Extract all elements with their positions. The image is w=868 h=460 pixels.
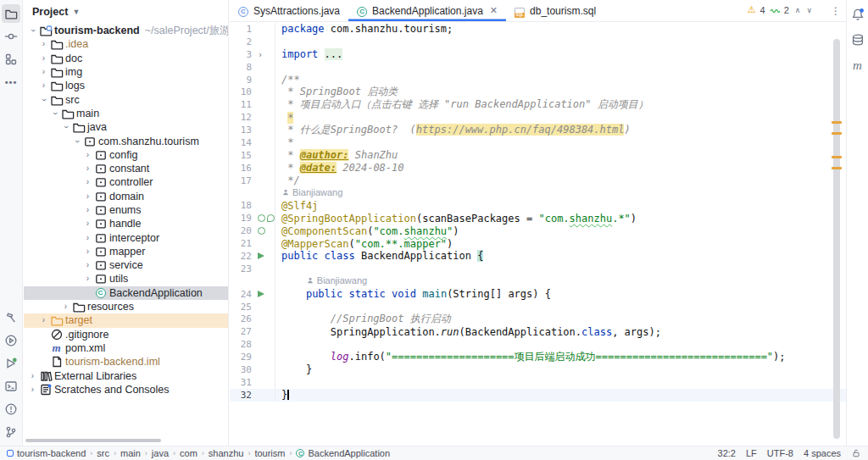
gutter[interactable]	[255, 338, 275, 351]
tree-row-com-shanzhu-tourism[interactable]: › com.shanzhu.tourism	[24, 134, 228, 147]
code-line-11[interactable]: 11 * 项目启动入口（点击右键 选择 "run BackendApplicat…	[230, 98, 846, 111]
code-line-25[interactable]: 25	[230, 301, 846, 313]
project-panel-header[interactable]: Project ▼	[24, 0, 228, 24]
code-line-14[interactable]: 14 *	[230, 136, 846, 149]
maven-icon[interactable]: m	[849, 56, 867, 75]
code-line-17[interactable]: 17 */	[230, 175, 846, 187]
breadcrumb-item-tourism-backend[interactable]: tourism-backend	[7, 448, 86, 458]
code-line-1[interactable]: 1 package com.shanzhu.tourism;	[230, 23, 846, 36]
tree-chevron-icon[interactable]: ›	[51, 108, 59, 119]
code-line-22[interactable]: 22 public class BackendApplication {	[230, 250, 846, 263]
gutter[interactable]	[255, 263, 275, 275]
gutter[interactable]	[255, 74, 275, 86]
tree-row--idea[interactable]: › .idea	[24, 37, 228, 51]
tab-sysattractions-java[interactable]: C SysAttractions.java	[230, 0, 348, 21]
code-line-20[interactable]: 20 @ComponentScan("com.shanzhu")	[230, 224, 846, 237]
gutter[interactable]	[255, 149, 275, 162]
run-gutter-icon[interactable]	[258, 291, 264, 297]
tab-db-tourism-sql[interactable]: SQL db_tourism.sql	[506, 0, 604, 21]
code-line-13[interactable]: 13 * 什么是SpringBoot? (https://www.php.cn/…	[230, 124, 846, 136]
breadcrumb-item-com[interactable]: com	[180, 448, 198, 458]
author-inlay-hint[interactable]: Bianjiawang	[230, 275, 846, 288]
spring-bean-icon[interactable]	[258, 214, 265, 222]
structure-icon[interactable]	[2, 50, 20, 69]
gutter[interactable]	[255, 351, 275, 363]
code-line-8[interactable]: 8	[230, 61, 846, 74]
gutter[interactable]	[255, 212, 275, 224]
gutter[interactable]	[255, 288, 275, 301]
tree-chevron-icon[interactable]: ›	[38, 68, 49, 76]
problems-icon[interactable]	[2, 400, 20, 418]
code-line-19[interactable]: 19 @SpringBootApplication(scanBasePackag…	[230, 212, 846, 224]
tree-chevron-icon[interactable]: ›	[60, 302, 71, 311]
database-icon[interactable]	[849, 30, 867, 49]
tree-chevron-icon[interactable]: ›	[82, 206, 93, 214]
tree-chevron-icon[interactable]: ›	[27, 372, 38, 380]
tree-chevron-icon[interactable]: ›	[38, 81, 49, 90]
build-icon[interactable]	[2, 308, 20, 327]
run-icon[interactable]	[2, 354, 20, 373]
close-icon[interactable]: ✕	[490, 5, 498, 16]
caret-position[interactable]: 32:2	[718, 448, 736, 458]
code-line-10[interactable]: 10 * SpringBoot 启动类	[230, 86, 846, 98]
code-line-31[interactable]: 31	[230, 376, 846, 389]
breadcrumb-item-src[interactable]: src	[97, 448, 109, 458]
tree-row-domain[interactable]: › domain	[24, 190, 228, 203]
commit-icon[interactable]	[2, 27, 20, 46]
gutter[interactable]	[255, 61, 275, 74]
tree-row-utils[interactable]: › utils	[24, 272, 228, 285]
editor-vscrollbar[interactable]	[833, 39, 840, 439]
breadcrumb-item-backendapplication[interactable]: CBackendApplication	[296, 448, 390, 458]
more-tool-windows-icon[interactable]: •••	[2, 73, 20, 91]
tree-row-external-libraries[interactable]: › External Libraries	[24, 369, 228, 382]
breadcrumb-item-java[interactable]: java	[152, 448, 169, 458]
inspection-widget[interactable]: ⚠ 4 2 ∧ ∨	[744, 3, 815, 17]
tree-row-img[interactable]: › img	[24, 65, 228, 79]
tree-chevron-icon[interactable]: ›	[82, 247, 93, 256]
code-line-29[interactable]: 29 log.info("====================项目后端启动成…	[230, 351, 846, 363]
gutter[interactable]	[255, 224, 275, 237]
gutter[interactable]	[255, 325, 275, 338]
gutter[interactable]	[255, 36, 275, 48]
lock-icon[interactable]	[851, 448, 861, 458]
breadcrumb-item-shanzhu[interactable]: shanzhu	[209, 448, 244, 458]
code-line-15[interactable]: 15 * @author: ShanZhu	[230, 149, 846, 162]
tree-chevron-icon[interactable]: ›	[40, 94, 48, 105]
gutter[interactable]	[255, 301, 275, 313]
code-line-9[interactable]: 9 /**	[230, 74, 846, 86]
tree-row-pom-xml[interactable]: m pom.xml	[24, 341, 228, 355]
tree-chevron-icon[interactable]: ›	[27, 385, 38, 394]
terminal-icon[interactable]	[2, 377, 20, 396]
code-line-21[interactable]: 21 @MapperScan("com.**.mapper")	[230, 237, 846, 250]
line-separator[interactable]: LF	[746, 448, 757, 458]
tree-chevron-icon[interactable]: ›	[38, 316, 49, 324]
code-line-18[interactable]: 18 @Slf4j	[230, 199, 846, 212]
tree-row-logs[interactable]: › logs	[24, 79, 228, 92]
tree-row--gitignore[interactable]: .gitignore	[24, 328, 228, 341]
gutter[interactable]	[255, 389, 275, 402]
tree-row-tourism-backend[interactable]: › tourism-backend~/saleProject/旅游推荐管理系	[24, 24, 228, 37]
gutter[interactable]	[255, 199, 275, 212]
breadcrumb-item-main[interactable]: main	[120, 448, 141, 458]
version-control-icon[interactable]	[2, 423, 20, 441]
file-encoding[interactable]: UTF-8	[767, 448, 793, 458]
tree-row-main[interactable]: › main	[24, 107, 228, 120]
tree-row-controller[interactable]: › controller	[24, 175, 228, 189]
tree-chevron-icon[interactable]: ›	[82, 274, 93, 283]
next-problem-icon[interactable]: ∨	[806, 6, 812, 14]
tree-row-doc[interactable]: › doc	[24, 52, 228, 65]
code-line-26[interactable]: 26 //SpringBoot 执行启动	[230, 313, 846, 325]
tree-chevron-icon[interactable]: ›	[82, 234, 93, 242]
gutter[interactable]	[255, 136, 275, 149]
scrollbar-warning-mark[interactable]	[832, 121, 842, 124]
tree-chevron-icon[interactable]: ›	[82, 261, 93, 269]
spring-bean-icon[interactable]	[258, 227, 265, 235]
tree-row-constant[interactable]: › constant	[24, 162, 228, 175]
tree-row-mapper[interactable]: › mapper	[24, 245, 228, 258]
scrollbar-warning-mark[interactable]	[832, 167, 842, 169]
gutter[interactable]	[255, 237, 275, 250]
prev-problem-icon[interactable]: ∧	[795, 6, 801, 14]
tree-row-java[interactable]: › java	[24, 120, 228, 134]
indent-style[interactable]: 4 spaces	[804, 448, 841, 458]
tree-chevron-icon[interactable]: ›	[38, 40, 49, 48]
